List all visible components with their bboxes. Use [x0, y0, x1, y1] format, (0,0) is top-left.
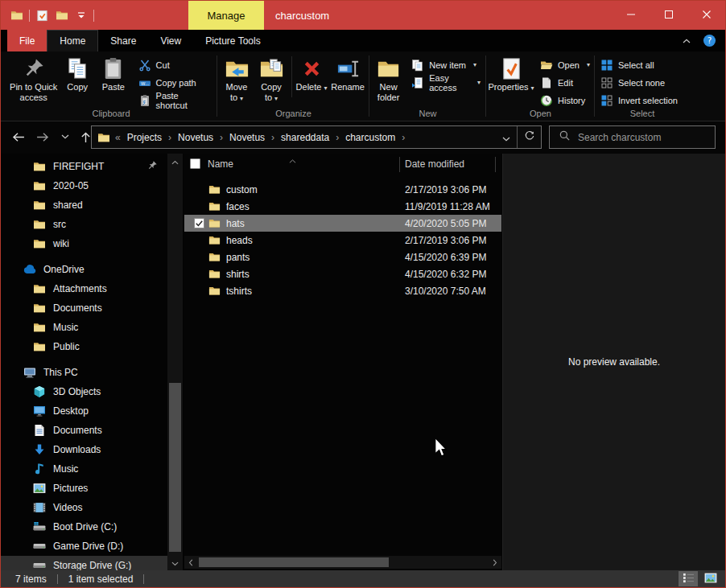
- file-row-pants[interactable]: pants4/15/2020 6:39 PM: [184, 249, 501, 265]
- column-resize-handle[interactable]: [399, 157, 400, 172]
- copy-to-button[interactable]: Copy to▾: [254, 53, 289, 104]
- refresh-button[interactable]: [517, 126, 541, 148]
- tab-view[interactable]: View: [148, 30, 193, 51]
- sidebar-item-music[interactable]: Music: [1, 318, 167, 337]
- sidebar-item-wiki[interactable]: wiki: [1, 234, 167, 253]
- file-row-shirts[interactable]: shirts4/15/2020 6:32 PM: [184, 265, 501, 282]
- sidebar-item-attachments[interactable]: Attachments: [1, 279, 167, 298]
- crumb-separator[interactable]: ›: [215, 132, 228, 143]
- select-all-button[interactable]: Select all: [597, 56, 681, 73]
- delete-button[interactable]: Delete▾: [295, 53, 328, 93]
- sidebar-item-3d-objects[interactable]: 3D Objects: [1, 382, 167, 401]
- ribbon-contextual-tab-manage[interactable]: Manage: [188, 1, 264, 30]
- tab-home[interactable]: Home: [47, 30, 98, 51]
- scroll-up-button[interactable]: [167, 154, 183, 167]
- pin-to-quick-access-button[interactable]: Pin to Quick access: [7, 53, 60, 103]
- sidebar-item-pictures[interactable]: Pictures: [1, 479, 167, 498]
- tab-picture-tools[interactable]: Picture Tools: [193, 30, 272, 51]
- qat-properties-icon[interactable]: [35, 9, 49, 23]
- sidebar-item-public[interactable]: Public: [1, 337, 167, 356]
- paste-shortcut-button[interactable]: Paste shortcut: [135, 92, 215, 109]
- details-view-button[interactable]: [679, 571, 698, 586]
- edit-button[interactable]: Edit: [537, 74, 593, 91]
- crumb-separator[interactable]: ›: [163, 132, 176, 143]
- sidebar-item-onedrive[interactable]: OneDrive: [1, 260, 167, 279]
- breadcrumb-charcustom[interactable]: charcustom: [344, 132, 397, 143]
- search-box[interactable]: [549, 125, 716, 149]
- minimize-button[interactable]: [612, 1, 650, 30]
- qat-folder-icon[interactable]: [10, 9, 23, 23]
- file-row-tshirts[interactable]: tshirts3/10/2020 7:50 AM: [184, 282, 501, 299]
- qat-folder-icon[interactable]: [55, 9, 68, 23]
- sidebar-item-documents[interactable]: Documents: [1, 298, 167, 318]
- crumb-overflow[interactable]: «: [110, 132, 126, 143]
- select-all-checkbox[interactable]: [190, 158, 200, 169]
- easy-access-button[interactable]: Easy access ▾: [408, 74, 484, 91]
- horizontal-scrollbar[interactable]: [184, 556, 501, 569]
- up-icon[interactable]: [80, 131, 91, 143]
- copy-path-button[interactable]: W... Copy path: [135, 74, 215, 91]
- breadcrumb-novetus[interactable]: Novetus: [176, 132, 215, 143]
- breadcrumb-novetus[interactable]: Novetus: [228, 132, 266, 143]
- forward-icon[interactable]: [36, 132, 50, 142]
- tab-share[interactable]: Share: [98, 30, 148, 51]
- sidebar-item-this-pc[interactable]: This PC: [1, 363, 167, 382]
- column-header-name[interactable]: Name: [208, 158, 233, 170]
- close-button[interactable]: [687, 1, 725, 30]
- scroll-right-button[interactable]: [489, 556, 501, 569]
- crumb-separator[interactable]: ›: [266, 132, 279, 143]
- recent-locations-icon[interactable]: [61, 134, 69, 139]
- sidebar-item-shared[interactable]: shared: [1, 195, 167, 215]
- move-to-button[interactable]: Move to▾: [220, 53, 254, 104]
- ribbon-collapse-icon[interactable]: [683, 39, 691, 43]
- new-item-button[interactable]: New item ▾: [408, 56, 484, 73]
- file-row-custom[interactable]: custom2/17/2019 3:06 PM: [184, 181, 501, 198]
- sidebar-item-desktop[interactable]: Desktop: [1, 401, 167, 421]
- address-bar[interactable]: « Projects › Novetus › Novetus › sharedd…: [91, 125, 542, 149]
- new-folder-button[interactable]: New folder: [372, 53, 405, 103]
- file-row-heads[interactable]: heads2/17/2019 3:06 PM: [184, 232, 501, 249]
- sidebar-item-firefight[interactable]: FIREFIGHT: [1, 157, 167, 176]
- select-none-button[interactable]: Select none: [597, 74, 681, 91]
- file-row-hats[interactable]: hats4/20/2020 5:05 PM: [184, 215, 501, 232]
- scrollbar-thumb[interactable]: [199, 557, 389, 567]
- help-icon[interactable]: ?: [703, 34, 716, 47]
- qat-customize-icon[interactable]: [74, 9, 88, 23]
- search-input[interactable]: [578, 132, 699, 143]
- sidebar-item-documents[interactable]: Documents: [1, 421, 167, 440]
- scroll-down-button[interactable]: [167, 555, 183, 569]
- sidebar-scrollbar[interactable]: [167, 154, 183, 570]
- column-resize-handle[interactable]: [495, 157, 496, 172]
- sidebar-item-storage-drive-g[interactable]: Storage Drive (G:): [1, 556, 167, 570]
- sidebar-item-downloads[interactable]: Downloads: [1, 440, 167, 459]
- back-icon[interactable]: [11, 132, 25, 142]
- address-dropdown-button[interactable]: [496, 126, 517, 148]
- sidebar-item-2020-05[interactable]: 2020-05: [1, 176, 167, 195]
- maximize-button[interactable]: [650, 1, 687, 30]
- thumbnails-view-button[interactable]: [701, 571, 720, 586]
- breadcrumb-projects[interactable]: Projects: [126, 132, 163, 143]
- scrollbar-thumb[interactable]: [169, 383, 181, 552]
- sidebar-item-src[interactable]: src: [1, 215, 167, 234]
- invert-selection-button[interactable]: Invert selection: [597, 92, 681, 109]
- sidebar-item-boot-drive-c[interactable]: Boot Drive (C:): [1, 517, 167, 537]
- file-row-faces[interactable]: faces11/9/2019 11:28 AM: [184, 198, 501, 215]
- crumb-separator[interactable]: ›: [331, 132, 344, 143]
- sidebar-item-music[interactable]: Music: [1, 459, 167, 479]
- column-header-date-modified[interactable]: Date modified: [405, 158, 464, 170]
- cut-button[interactable]: Cut: [135, 56, 215, 73]
- sidebar-item-label: Downloads: [53, 444, 101, 455]
- open-button[interactable]: Open ▾: [537, 56, 593, 73]
- sidebar-item-videos[interactable]: Videos: [1, 498, 167, 517]
- copy-button[interactable]: Copy: [60, 53, 95, 93]
- properties-button[interactable]: Properties▾: [489, 53, 534, 93]
- breadcrumb-shareddata[interactable]: shareddata: [279, 132, 331, 143]
- rename-button[interactable]: Rename: [328, 53, 367, 93]
- paste-button[interactable]: Paste: [95, 53, 132, 93]
- history-button[interactable]: History: [537, 92, 593, 109]
- tab-file[interactable]: File: [7, 30, 47, 51]
- row-checkbox[interactable]: [194, 218, 204, 228]
- scroll-left-button[interactable]: [184, 556, 197, 569]
- crumb-separator[interactable]: ›: [397, 132, 410, 143]
- sidebar-item-game-drive-d[interactable]: Game Drive (D:): [1, 537, 167, 556]
